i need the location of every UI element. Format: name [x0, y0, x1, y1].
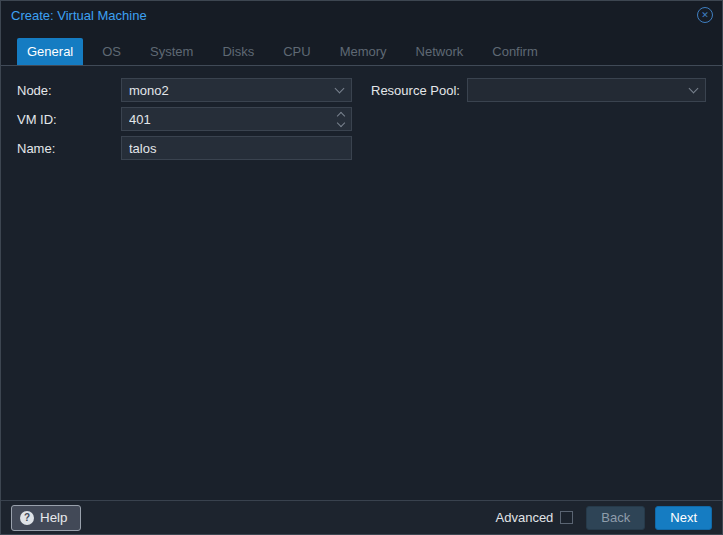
help-icon: ?: [20, 511, 34, 525]
tab-disks[interactable]: Disks: [212, 38, 264, 65]
advanced-group: Advanced: [496, 510, 574, 525]
resource-pool-input[interactable]: [467, 78, 706, 102]
name-field[interactable]: [121, 136, 352, 160]
dialog-header: Create: Virtual Machine ✕: [1, 1, 722, 29]
advanced-label: Advanced: [496, 510, 554, 525]
form-right-column: Resource Pool:: [371, 78, 706, 165]
vm-id-row: VM ID:: [17, 107, 352, 131]
create-vm-dialog: Create: Virtual Machine ✕ General OS Sys…: [0, 0, 723, 535]
tab-system[interactable]: System: [140, 38, 203, 65]
vm-id-label: VM ID:: [17, 112, 121, 127]
node-input[interactable]: [121, 78, 352, 102]
close-button[interactable]: ✕: [697, 7, 713, 23]
name-label: Name:: [17, 141, 121, 156]
general-form: Node: VM ID: Name:: [1, 66, 722, 177]
vm-id-input[interactable]: [121, 107, 352, 131]
resource-pool-combobox[interactable]: [467, 78, 706, 102]
tab-network[interactable]: Network: [406, 38, 474, 65]
spinner-down-icon[interactable]: [337, 119, 345, 127]
resource-pool-label: Resource Pool:: [371, 83, 467, 98]
dialog-title: Create: Virtual Machine: [11, 8, 147, 23]
tab-cpu[interactable]: CPU: [273, 38, 320, 65]
advanced-checkbox[interactable]: [560, 511, 573, 524]
tab-confirm[interactable]: Confirm: [482, 38, 548, 65]
dialog-footer: ? Help Advanced Back Next: [1, 500, 722, 534]
name-input[interactable]: [121, 136, 352, 160]
wizard-tab-bar: General OS System Disks CPU Memory Netwo…: [1, 29, 722, 66]
form-left-column: Node: VM ID: Name:: [17, 78, 352, 165]
node-combobox[interactable]: [121, 78, 352, 102]
name-row: Name:: [17, 136, 352, 160]
node-label: Node:: [17, 83, 121, 98]
tab-os[interactable]: OS: [92, 38, 131, 65]
close-icon: ✕: [701, 8, 709, 22]
help-button-label: Help: [40, 510, 67, 525]
vm-id-spinner-field[interactable]: [121, 107, 352, 131]
tab-general[interactable]: General: [17, 38, 83, 65]
resource-pool-row: Resource Pool:: [371, 78, 706, 102]
help-button[interactable]: ? Help: [11, 505, 81, 531]
back-button[interactable]: Back: [586, 506, 645, 530]
vm-id-spinner: [338, 111, 344, 126]
node-row: Node:: [17, 78, 352, 102]
tab-memory[interactable]: Memory: [330, 38, 397, 65]
next-button[interactable]: Next: [655, 506, 712, 530]
